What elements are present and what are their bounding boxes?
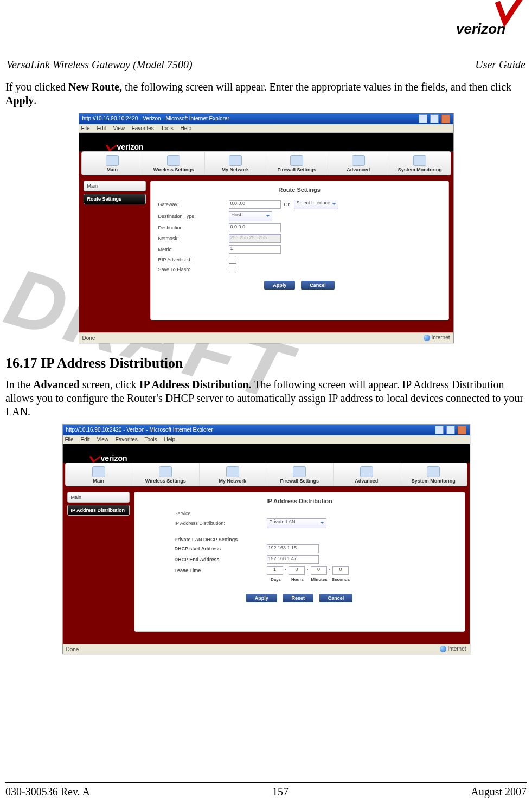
router-brand: verizon: [101, 454, 127, 463]
footer-left: 030-300536 Rev. A: [5, 786, 90, 798]
tab-monitoring[interactable]: System Monitoring: [389, 152, 451, 175]
dhcp-end-input[interactable]: 192.168.1.47: [267, 555, 319, 564]
row-dest-type: Destination Type: Host: [158, 211, 441, 221]
network-icon: [229, 155, 242, 166]
sidebar-item-main[interactable]: Main: [84, 181, 146, 191]
ip-distribution-panel: IP Address Distribution Service IP Addre…: [134, 492, 465, 632]
ie-title-bar: http://10.16.90.10:2420 - Verizon - Micr…: [79, 113, 453, 124]
route-settings-panel: Route Settings Gateway: 0.0.0.0 On Selec…: [150, 181, 449, 320]
ie-status-bar: Done Internet: [79, 332, 453, 343]
close-icon[interactable]: [441, 114, 450, 123]
intro-paragraph-1: If you clicked New Route, the following …: [5, 80, 527, 107]
row-dhcp-start: DHCP start Address 192.168.1.15: [175, 544, 457, 553]
lease-hours-input[interactable]: 0: [289, 566, 305, 575]
maximize-icon[interactable]: [446, 426, 455, 434]
advanced-icon: [360, 466, 373, 477]
ie-title-bar: http://10.16.90.10:2420 - Verizon - Micr…: [63, 425, 470, 435]
status-left: Done: [66, 646, 79, 652]
tab-advanced[interactable]: Advanced: [328, 152, 390, 175]
tab-wireless[interactable]: Wireless Settings: [132, 463, 200, 486]
intro-paragraph-2: In the Advanced screen, click IP Address…: [5, 378, 527, 419]
monitor-icon: [413, 155, 426, 166]
footer-rule: [5, 782, 527, 783]
menu-help[interactable]: Help: [164, 436, 176, 442]
menu-help[interactable]: Help: [181, 125, 192, 131]
menu-tools[interactable]: Tools: [144, 436, 157, 442]
panel-title: Route Settings: [158, 187, 441, 193]
tab-advanced[interactable]: Advanced: [334, 463, 401, 486]
tab-firewall[interactable]: Firewall Settings: [266, 152, 328, 175]
row-rip: RIP Advertised:: [158, 256, 441, 264]
minimize-icon[interactable]: [435, 426, 444, 434]
sidebar-item-route-settings[interactable]: Route Settings: [84, 194, 146, 204]
save-checkbox[interactable]: [229, 266, 236, 273]
interface-select[interactable]: Select Interface: [294, 200, 339, 209]
apply-button[interactable]: Apply: [246, 594, 277, 602]
reset-button[interactable]: Reset: [283, 594, 313, 602]
sidebar-item-ip-distribution[interactable]: IP Address Distribution: [67, 505, 130, 516]
tab-monitoring[interactable]: System Monitoring: [400, 463, 467, 486]
tab-network[interactable]: My Network: [205, 152, 267, 175]
dhcp-start-input[interactable]: 192.168.1.15: [267, 544, 319, 553]
running-header: VersaLink Wireless Gateway (Model 7500) …: [7, 59, 525, 71]
advanced-icon: [352, 155, 365, 166]
tab-wireless[interactable]: Wireless Settings: [143, 152, 205, 175]
menu-favorites[interactable]: Favorites: [132, 125, 154, 131]
apply-button[interactable]: Apply: [264, 281, 295, 290]
ip-dist-select[interactable]: Private LAN: [267, 518, 326, 528]
header-right: User Guide: [475, 59, 525, 71]
row-destination: Destination: 0.0.0.0: [158, 223, 441, 232]
gateway-input[interactable]: 0.0.0.0: [229, 200, 281, 209]
ie-window-title: http://10.16.90.10:2420 - Verizon - Micr…: [66, 425, 213, 435]
screenshot-ip-distribution: http://10.16.90.10:2420 - Verizon - Micr…: [62, 424, 470, 654]
firewall-icon: [293, 466, 306, 477]
menu-view[interactable]: View: [113, 125, 125, 131]
lease-days-input[interactable]: 1: [267, 566, 283, 575]
section-heading: 16.17 IP Address Distribution: [5, 355, 527, 371]
close-icon[interactable]: [458, 426, 466, 434]
screenshot-route-settings: http://10.16.90.10:2420 - Verizon - Micr…: [79, 113, 454, 343]
menu-edit[interactable]: Edit: [80, 436, 89, 442]
window-buttons: [418, 113, 450, 124]
ie-status-bar: Done Internet: [63, 644, 470, 654]
dest-type-select[interactable]: Host: [229, 211, 272, 221]
sidebar-item-main[interactable]: Main: [67, 492, 130, 503]
footer-right: August 2007: [471, 786, 527, 798]
row-gateway: Gateway: 0.0.0.0 On Select Interface: [158, 200, 441, 209]
router-tab-bar: Main Wireless Settings My Network Firewa…: [81, 151, 451, 175]
panel-title: IP Address Distribution: [142, 498, 457, 504]
lease-labels: Days Hours Minutes Seconds: [267, 577, 457, 582]
tab-main[interactable]: Main: [66, 463, 133, 486]
tab-firewall[interactable]: Firewall Settings: [266, 463, 334, 486]
ie-menu-bar: File Edit View Favorites Tools Help: [63, 435, 470, 444]
wireless-icon: [159, 466, 172, 477]
destination-input[interactable]: 0.0.0.0: [229, 223, 281, 232]
row-metric: Metric: 1: [158, 245, 441, 254]
cancel-button[interactable]: Cancel: [319, 594, 353, 602]
row-save: Save To Flash:: [158, 266, 441, 273]
verizon-logo: verizon: [451, 0, 532, 43]
tab-network[interactable]: My Network: [200, 463, 267, 486]
status-right: Internet: [440, 646, 466, 652]
menu-file[interactable]: File: [65, 436, 74, 442]
menu-favorites[interactable]: Favorites: [116, 436, 138, 442]
service-subhead: Service: [175, 511, 457, 516]
menu-view[interactable]: View: [97, 436, 108, 442]
maximize-icon[interactable]: [430, 114, 439, 123]
lease-minutes-input[interactable]: 0: [311, 566, 327, 575]
menu-edit[interactable]: Edit: [97, 125, 106, 131]
internet-icon: [424, 335, 430, 341]
rip-checkbox[interactable]: [229, 256, 236, 264]
metric-input[interactable]: 1: [229, 245, 281, 254]
ie-menu-bar: File Edit View Favorites Tools Help: [79, 124, 453, 133]
router-header: verizon: [79, 133, 453, 151]
header-left: VersaLink Wireless Gateway (Model 7500): [7, 59, 193, 71]
lease-seconds-input[interactable]: 0: [332, 566, 349, 575]
minimize-icon[interactable]: [419, 114, 427, 123]
firewall-icon: [290, 155, 303, 166]
cancel-button[interactable]: Cancel: [301, 281, 335, 290]
status-right: Internet: [424, 335, 450, 341]
menu-tools[interactable]: Tools: [161, 125, 173, 131]
menu-file[interactable]: File: [81, 125, 90, 131]
tab-main[interactable]: Main: [82, 152, 144, 175]
